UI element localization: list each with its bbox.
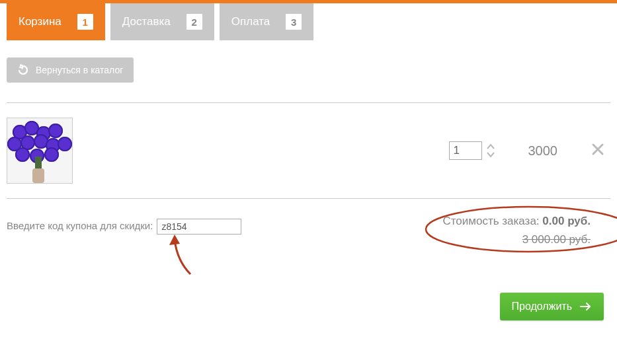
total-line: Стоимость заказа: 0.00 руб. [442,215,591,228]
quantity-block [449,141,495,160]
svg-marker-1 [169,235,180,245]
continue-button[interactable]: Продолжить [500,293,604,320]
total-label: Стоимость заказа: [442,215,539,227]
continue-row: Продолжить [0,266,617,353]
back-button-label: Вернуться в каталог [36,65,123,75]
tab-label: Доставка [122,15,171,28]
continue-label: Продолжить [512,301,572,312]
quantity-stepper [486,143,495,159]
undo-icon [17,64,29,76]
divider [7,102,610,103]
product-image [7,118,73,184]
tab-payment[interactable]: Оплата 3 [220,3,313,40]
back-section: Вернуться в каталог [0,40,617,94]
old-price: 3 000.00 руб. [442,233,591,246]
checkout-tabs: Корзина 1 Доставка 2 Оплата 3 [0,3,617,40]
total-amount: 0.00 руб. [542,215,591,227]
tab-number: 1 [77,14,93,30]
item-price: 3000 [528,143,558,159]
tab-number: 3 [286,14,302,30]
cart-item-row: 3000 [0,111,617,190]
chevron-down-icon[interactable] [486,151,495,159]
remove-item-button[interactable] [591,142,605,159]
tab-number: 2 [186,14,202,30]
tab-label: Корзина [19,15,62,28]
chevron-up-icon[interactable] [486,143,495,151]
quantity-input[interactable] [449,141,482,160]
tab-delivery[interactable]: Доставка 2 [110,3,214,40]
coupon-label: Введите код купона для скидки: [7,219,153,231]
divider [7,198,610,199]
tab-cart[interactable]: Корзина 1 [7,3,105,40]
close-icon [591,142,605,157]
back-to-catalog-button[interactable]: Вернуться в каталог [7,57,134,83]
arrow-right-icon [580,302,592,311]
order-totals: Стоимость заказа: 0.00 руб. 3 000.00 руб… [442,212,591,249]
tab-label: Оплата [231,15,270,28]
coupon-input[interactable] [157,219,241,235]
